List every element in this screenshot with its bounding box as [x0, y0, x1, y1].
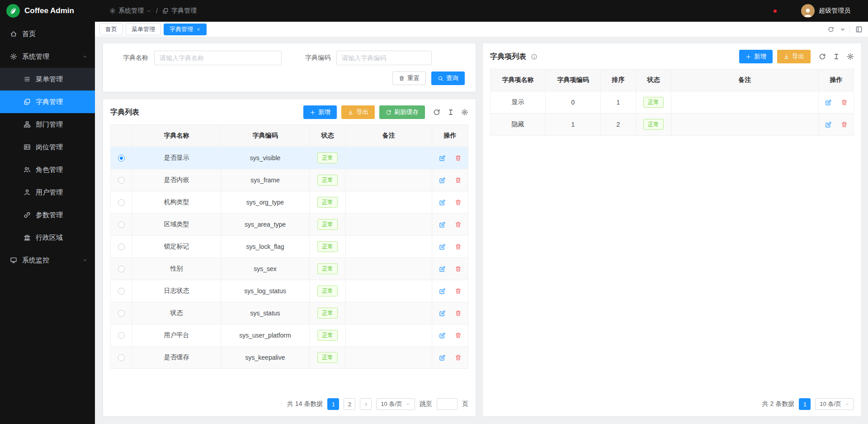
sidebar-item-system-monitor[interactable]: 系统监控 [0, 249, 95, 272]
sidebar-item-home[interactable]: 首页 [0, 23, 95, 45]
table-row[interactable]: 机构类型sys_org_type正常 [111, 191, 468, 214]
trash-icon[interactable] [455, 332, 462, 339]
sidebar-item-role-management[interactable]: 角色管理 [0, 158, 95, 181]
row-radio[interactable] [118, 177, 125, 184]
tab-label: 首页 [105, 25, 117, 33]
tab-0[interactable]: 首页 [99, 24, 123, 35]
refresh-icon[interactable] [819, 53, 826, 60]
row-radio[interactable] [118, 155, 125, 162]
edit-icon[interactable] [439, 332, 446, 339]
app-logo[interactable]: Coffee Admin [0, 0, 95, 22]
status-cell: 正常 [310, 258, 346, 280]
trash-icon[interactable] [455, 177, 462, 184]
row-radio[interactable] [118, 288, 125, 295]
edit-icon[interactable] [439, 354, 446, 361]
column-height-icon[interactable] [833, 53, 840, 60]
row-radio[interactable] [118, 243, 125, 250]
edit-icon[interactable] [439, 199, 446, 206]
dict-code-cell: sys_visible [221, 147, 310, 169]
column-height-icon[interactable] [447, 109, 454, 116]
export-dict-button[interactable]: 导出 [341, 105, 375, 119]
app-root: Coffee Admin 首页系统管理菜单管理字典管理部门管理岗位管理角色管理用… [0, 0, 868, 424]
refresh-icon[interactable] [433, 109, 440, 116]
table-row[interactable]: 是否缓存sys_keepalive正常 [111, 347, 468, 369]
sidebar-item-param-management[interactable]: 参数管理 [0, 204, 95, 226]
avatar[interactable] [801, 4, 815, 18]
close-icon[interactable] [196, 27, 201, 32]
next-page-button[interactable] [360, 398, 372, 410]
query-button[interactable]: 查询 [431, 71, 465, 85]
page-size-select[interactable]: 10 条/页 [376, 398, 415, 410]
table-row[interactable]: 用户平台sys_user_platform正常 [111, 324, 468, 347]
content-fullscreen-icon[interactable] [849, 26, 863, 33]
edit-icon[interactable] [439, 243, 446, 250]
export-dict-item-button[interactable]: 导出 [777, 50, 811, 63]
dict-name-input[interactable] [154, 51, 282, 65]
sidebar-item-system-management[interactable]: 系统管理 [0, 45, 95, 68]
table-row[interactable]: 日志状态sys_log_status正常 [111, 280, 468, 302]
trash-icon[interactable] [455, 288, 462, 295]
settings-icon[interactable] [461, 109, 468, 116]
trash-icon[interactable] [455, 354, 462, 361]
trash-icon[interactable] [455, 266, 462, 272]
trash-icon[interactable] [841, 99, 848, 106]
sidebar-item-post-management[interactable]: 岗位管理 [0, 136, 95, 158]
reset-button[interactable]: 重置 [392, 71, 426, 85]
row-radio[interactable] [118, 310, 125, 317]
row-radio[interactable] [118, 354, 125, 361]
add-dict-item-button[interactable]: 新增 [739, 50, 773, 63]
edit-icon[interactable] [439, 155, 446, 162]
dict-code-input[interactable] [336, 51, 432, 65]
trash-icon[interactable] [455, 243, 462, 250]
sidebar-item-dept-management[interactable]: 部门管理 [0, 113, 95, 136]
trash-icon[interactable] [841, 121, 848, 128]
row-radio[interactable] [118, 266, 125, 272]
settings-icon[interactable] [847, 53, 854, 60]
row-radio[interactable] [118, 221, 125, 228]
tab-1[interactable]: 菜单管理 [126, 24, 161, 35]
chevron-down-icon[interactable] [840, 26, 846, 33]
sidebar-item-menu-management[interactable]: 菜单管理 [0, 68, 95, 91]
trash-icon[interactable] [455, 199, 462, 206]
jump-page-input[interactable] [437, 398, 458, 410]
table-row[interactable]: 性别sys_sex正常 [111, 258, 468, 280]
page-button-2[interactable]: 2 [344, 398, 355, 410]
plus-icon [745, 54, 751, 60]
page-size-select[interactable]: 10 条/页 [815, 398, 854, 410]
row-radio[interactable] [118, 332, 125, 339]
edit-icon[interactable] [825, 99, 832, 106]
table-row[interactable]: 状态sys_status正常 [111, 302, 468, 324]
edit-icon[interactable] [825, 121, 832, 128]
edit-icon[interactable] [439, 221, 446, 228]
post-icon [24, 143, 31, 151]
table-row[interactable]: 隐藏12正常 [491, 114, 854, 136]
sidebar-item-user-management[interactable]: 用户管理 [0, 181, 95, 204]
radio-column-header [111, 125, 132, 147]
sidebar-item-admin-region[interactable]: 行政区域 [0, 226, 95, 249]
page-button-1[interactable]: 1 [799, 398, 811, 410]
table-row[interactable]: 区域类型sys_area_type正常 [111, 214, 468, 236]
trash-icon[interactable] [455, 155, 462, 162]
breadcrumb-item-1[interactable]: 字典管理 [162, 7, 197, 15]
breadcrumb-item-0[interactable]: 系统管理 [109, 7, 151, 15]
trash-icon[interactable] [455, 310, 462, 317]
edit-icon[interactable] [439, 310, 446, 317]
row-radio[interactable] [118, 199, 125, 206]
table-row[interactable]: 显示01正常 [491, 91, 854, 114]
table-row[interactable]: 是否显示sys_visible正常 [111, 147, 468, 169]
table-row[interactable]: 是否内嵌sys_frame正常 [111, 169, 468, 191]
refresh-icon[interactable] [828, 26, 834, 33]
page-button-1[interactable]: 1 [327, 398, 339, 410]
tab-2[interactable]: 字典管理 [164, 24, 207, 35]
edit-icon[interactable] [439, 177, 446, 184]
remark-cell [671, 114, 819, 136]
edit-icon[interactable] [439, 266, 446, 272]
table-row[interactable]: 锁定标记sys_lock_flag正常 [111, 236, 468, 258]
info-icon[interactable] [531, 53, 538, 60]
trash-icon[interactable] [455, 221, 462, 228]
refresh-cache-button[interactable]: 刷新缓存 [379, 105, 425, 119]
add-dict-button[interactable]: 新增 [303, 105, 337, 119]
edit-icon[interactable] [439, 288, 446, 295]
column-header: 状态 [310, 125, 346, 147]
sidebar-item-dict-management[interactable]: 字典管理 [0, 91, 95, 113]
